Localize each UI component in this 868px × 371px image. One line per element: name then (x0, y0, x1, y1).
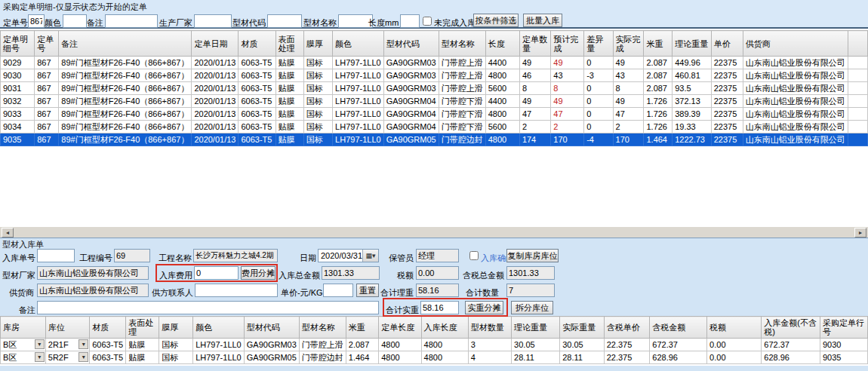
table-row[interactable]: 903286789#门框型材F26-F40（866+867）2020/01/13… (1, 95, 868, 108)
column-header[interactable]: 单价 (711, 31, 743, 57)
column-header[interactable]: 入库金额(不含税) (762, 317, 820, 339)
column-header[interactable]: 膜厚 (303, 31, 332, 57)
column-header[interactable]: 定单长度 (379, 317, 421, 339)
keeper-input[interactable] (416, 249, 459, 262)
column-header[interactable]: 含税单价 (604, 317, 650, 339)
cell: 贴膜 (275, 69, 303, 82)
project-name-input[interactable] (193, 249, 278, 262)
column-header[interactable]: 备注 (59, 31, 192, 57)
column-header[interactable]: 采购定单行号 (820, 317, 867, 339)
column-header[interactable]: 实际重量 (560, 317, 604, 339)
dropdown-arrow-icon[interactable]: ▾ (35, 339, 45, 349)
cell: 30.05 (560, 339, 604, 351)
unit-price-input[interactable] (323, 284, 353, 297)
profile-manufacturer-input[interactable] (37, 266, 149, 280)
column-header[interactable]: 入库长度 (421, 317, 468, 339)
table-row[interactable]: B区▾2R1F▾6063-T5贴膜国标LH797-1LL0GA90GRM03门带… (1, 339, 868, 351)
total-actual-weight-input[interactable] (420, 301, 459, 314)
dropdown-arrow-icon[interactable]: ▾ (78, 352, 88, 362)
column-header[interactable]: 型材代码 (244, 317, 299, 339)
batch-inbound-button[interactable]: 批量入库 (523, 14, 562, 27)
column-header[interactable]: 库房 (1, 317, 46, 339)
date-picker[interactable]: 2020/03/31 ▦▾ (318, 249, 379, 262)
order-table: 定单明细号定单号备注定单日期材质表面处理膜厚颜色型材代码型材名称长度定单数量预计… (0, 30, 868, 146)
split-location-button[interactable]: 拆分库位 (511, 301, 553, 314)
table-row[interactable]: 903586789#门框型材F26-F40（866+867）2020/01/13… (1, 133, 868, 146)
tax-input[interactable] (416, 266, 459, 280)
unfinished-inbound-checkbox[interactable] (423, 17, 432, 26)
inbound-fee-input[interactable] (194, 266, 239, 280)
fee-allocate-button[interactable]: 费用分摊 (241, 266, 275, 280)
column-header[interactable]: 型材名称 (299, 317, 346, 339)
scroll-left-arrow-icon[interactable]: ◂ (2, 228, 14, 238)
table-row[interactable]: 903486789#门框型材F26-F40（866+867）2020/01/13… (1, 121, 868, 133)
project-no-input[interactable] (114, 249, 150, 262)
table-row[interactable]: 903086789#门框型材F26-F40（866+867）2020/01/13… (1, 69, 868, 82)
total-qty-label: 合计数量 (466, 286, 499, 299)
column-header[interactable]: 差异量 (584, 31, 613, 57)
order-table-container: 定单明细号定单号备注定单日期材质表面处理膜厚颜色型材代码型材名称长度定单数量预计… (0, 30, 868, 226)
table-row[interactable]: 903386789#门框型材F26-F40（866+867）2020/01/13… (1, 108, 868, 121)
table-row[interactable]: 903186789#门框型材F26-F40（866+867）2020/01/13… (1, 82, 868, 95)
column-header[interactable]: 表面处理 (275, 31, 303, 57)
order-no-input[interactable] (28, 14, 45, 28)
actual-weight-allocate-button[interactable]: 实重分摊 (465, 301, 503, 314)
column-header[interactable]: 理论重量 (512, 317, 560, 339)
dropdown-arrow-icon[interactable]: ▾ (78, 339, 88, 349)
total-with-tax-input[interactable] (506, 266, 555, 280)
color-filter-input[interactable] (63, 14, 87, 28)
cell: 9034 (1, 121, 35, 133)
column-header[interactable]: 实际完成 (613, 31, 644, 57)
column-header[interactable]: 米重 (346, 317, 378, 339)
copy-warehouse-location-button[interactable]: 复制库房库位 (506, 249, 559, 262)
cell: 2R1F▾ (45, 339, 89, 351)
column-header[interactable]: 型材名称 (439, 31, 485, 57)
remark-filter-input[interactable] (105, 14, 158, 28)
inbound-total-input[interactable] (322, 266, 380, 280)
cell: 0 (584, 108, 613, 121)
column-header[interactable]: 材质 (239, 31, 275, 57)
remark-input[interactable] (37, 301, 379, 314)
cell: 1.726 (644, 121, 673, 133)
supplier-contact-input[interactable] (195, 284, 278, 297)
column-header[interactable]: 税额 (707, 317, 762, 339)
column-header[interactable]: 表面处理 (126, 317, 159, 339)
scroll-right-arrow-icon[interactable]: ▸ (854, 228, 866, 238)
supplier-input[interactable] (37, 284, 149, 297)
horizontal-scrollbar[interactable]: ◂ ▸ (0, 226, 868, 238)
column-header[interactable]: 定单日期 (192, 31, 239, 57)
column-header[interactable]: 定单号 (35, 31, 59, 57)
total-qty-input[interactable] (506, 284, 555, 297)
cell: 867 (35, 82, 59, 95)
column-header[interactable]: 库位 (45, 317, 89, 339)
cell: 4800 (485, 108, 519, 121)
length-filter-input[interactable] (400, 14, 420, 28)
column-header[interactable]: 供货商 (743, 31, 848, 57)
column-header[interactable]: 预计完成 (551, 31, 584, 57)
column-header[interactable]: 颜色 (333, 31, 384, 57)
column-header[interactable]: 定单明细号 (1, 31, 35, 57)
column-header[interactable]: 含税金额 (650, 317, 707, 339)
table-row[interactable]: 902986789#门框型材F26-F40（866+867）2020/01/13… (1, 57, 868, 69)
column-header[interactable]: 定单数量 (519, 31, 550, 57)
column-header[interactable]: 长度 (485, 31, 519, 57)
filter-by-condition-button[interactable]: 按条件筛选 (473, 14, 519, 27)
column-header[interactable]: 米重 (644, 31, 673, 57)
column-header[interactable]: 型材数量 (468, 317, 511, 339)
tax-label: 税额 (394, 268, 414, 282)
table-row[interactable]: B区▾5R2F▾6063-T5贴膜国标LH797-1LL0GA90GRM05门带… (1, 351, 868, 364)
date-dropdown-button[interactable]: ▦▾ (362, 250, 378, 262)
inbound-no-input[interactable] (37, 249, 75, 262)
cell: LH797-1LL0 (333, 121, 384, 133)
dropdown-arrow-icon[interactable]: ▾ (35, 352, 45, 362)
reset-button[interactable]: 重置 (356, 284, 379, 297)
column-header[interactable]: 型材代码 (383, 31, 439, 57)
manufacturer-filter-input[interactable] (194, 14, 232, 28)
column-header[interactable]: 理论重量 (673, 31, 712, 57)
column-header[interactable]: 膜厚 (159, 317, 193, 339)
inbound-confirm-checkbox[interactable] (469, 251, 479, 260)
total-theory-weight-input[interactable] (416, 284, 459, 297)
profile-code-filter-input[interactable] (267, 14, 302, 28)
column-header[interactable]: 颜色 (193, 317, 245, 339)
column-header[interactable]: 材质 (90, 317, 126, 339)
